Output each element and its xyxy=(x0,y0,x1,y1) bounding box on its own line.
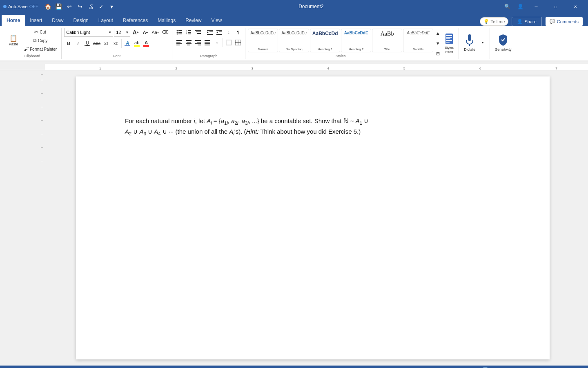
underline-button[interactable]: U xyxy=(83,39,92,48)
style-heading1-preview: AaBbCcDd xyxy=(312,31,338,36)
svg-rect-36 xyxy=(205,42,210,43)
svg-rect-24 xyxy=(176,42,180,43)
zoom-in-button[interactable]: + xyxy=(559,366,567,368)
ribbon-content: 📋 Paste ✂ Cut ⧉ Copy 🖌 Format Painter xyxy=(0,26,588,61)
decrease-indent-button[interactable] xyxy=(205,28,214,37)
font-name-dropdown-icon: ▾ xyxy=(109,30,111,34)
style-normal[interactable]: AaBbCcDdEe Normal xyxy=(248,29,278,52)
tab-design[interactable]: Design xyxy=(68,15,93,26)
maximize-button[interactable]: □ xyxy=(546,0,565,13)
close-button[interactable]: ✕ xyxy=(566,0,585,13)
change-case-button[interactable]: Aa▾ xyxy=(151,28,160,37)
font-size-selector[interactable]: 12 ▾ xyxy=(114,28,130,37)
align-center-button[interactable] xyxy=(184,38,193,47)
format-painter-button[interactable]: 🖌 Format Painter xyxy=(22,45,59,53)
justify-button[interactable] xyxy=(203,38,212,47)
tab-insert[interactable]: Insert xyxy=(25,15,47,26)
cut-button[interactable]: ✂ Cut xyxy=(22,28,59,36)
svg-rect-19 xyxy=(216,30,222,31)
subscript-button[interactable]: x2 xyxy=(102,39,111,48)
document-paragraph[interactable]: For each natural number i, let Ai = {a1i… xyxy=(125,116,501,127)
font-name-selector[interactable]: Calibri Light ▾ xyxy=(64,28,113,37)
styles-more-button[interactable]: ⊞ xyxy=(433,49,442,58)
sensitivity-button[interactable]: Sensitivity xyxy=(492,32,514,53)
font-color-button[interactable]: A xyxy=(142,39,151,48)
paste-button[interactable]: 📋 Paste xyxy=(6,34,21,48)
qat-dropdown-button[interactable]: ▾ xyxy=(107,2,117,11)
svg-rect-5 xyxy=(178,34,182,34)
tab-review[interactable]: Review xyxy=(180,15,206,26)
font-shrink-button[interactable]: A− xyxy=(141,28,150,37)
font-group: Calibri Light ▾ 12 ▾ A+ A− Aa▾ ⌫ B I xyxy=(62,28,172,59)
style-title[interactable]: AaBb Title xyxy=(372,29,402,52)
increase-indent-button[interactable] xyxy=(215,28,224,37)
document-container[interactable]: For each natural number i, let Ai = {a1i… xyxy=(45,70,581,366)
autosave-area: AutoSave OFF xyxy=(3,4,38,9)
styles-scroll-down[interactable]: ▼ xyxy=(433,39,442,48)
style-heading2[interactable]: AaBbCcDdE Heading 2 xyxy=(341,29,371,52)
style-no-spacing[interactable]: AaBbCcDdEe No Spacing xyxy=(279,29,309,52)
tab-references[interactable]: References xyxy=(118,15,153,26)
tab-layout[interactable]: Layout xyxy=(94,15,118,26)
redo-qat-button[interactable]: ↪ xyxy=(75,2,85,11)
tab-view[interactable]: View xyxy=(207,15,227,26)
share-button[interactable]: 👤 Share xyxy=(512,17,541,26)
bullet-list-button[interactable] xyxy=(175,28,184,37)
tab-home[interactable]: Home xyxy=(2,15,25,26)
tab-mailings[interactable]: Mailings xyxy=(153,15,180,26)
ruler-main: 1 2 3 4 5 6 7 xyxy=(45,61,588,70)
clear-formatting-button[interactable]: ⌫ xyxy=(160,28,169,37)
style-heading1[interactable]: AaBbCcDd Heading 1 xyxy=(310,29,340,52)
minimize-button[interactable]: ─ xyxy=(527,0,546,13)
dictate-dropdown[interactable]: ▾ xyxy=(478,38,487,47)
svg-rect-7 xyxy=(188,30,191,31)
dictate-button[interactable]: Dictate xyxy=(461,32,478,53)
save-qat-button[interactable]: 💾 xyxy=(54,2,64,11)
text-effects-button[interactable]: A xyxy=(123,39,132,48)
shading-button[interactable] xyxy=(224,38,233,47)
sort-button[interactable]: ↕ xyxy=(224,28,233,37)
svg-rect-1 xyxy=(178,30,182,31)
home-qat-button[interactable]: 🏠 xyxy=(43,2,53,11)
styles-pane-button[interactable]: StylesPane xyxy=(442,28,456,59)
svg-rect-25 xyxy=(176,43,182,44)
line-spacing-button[interactable]: ↕ xyxy=(212,38,221,47)
bold-button[interactable]: B xyxy=(64,39,73,48)
style-subtitle[interactable]: AaBbCcDdE Subtitle xyxy=(403,29,433,52)
multilevel-list-button[interactable] xyxy=(194,28,203,37)
check-qat-button[interactable]: ✓ xyxy=(96,2,106,11)
superscript-button[interactable]: x2 xyxy=(111,39,120,48)
numbered-list-button[interactable]: 1.2.3. xyxy=(184,28,193,37)
svg-rect-15 xyxy=(207,30,213,31)
document-paragraph-2[interactable]: A2 ∪ A3 ∪ A4 ∪ ··· (the union of all the… xyxy=(125,127,501,137)
search-button[interactable]: 🔍 xyxy=(501,0,514,13)
align-right-button[interactable] xyxy=(194,38,203,47)
tell-me-input[interactable]: 💡 Tell me xyxy=(480,17,509,26)
svg-rect-28 xyxy=(187,42,191,43)
paste-icon: 📋 xyxy=(9,35,18,42)
borders-button[interactable] xyxy=(234,38,243,47)
svg-rect-45 xyxy=(446,35,452,36)
svg-rect-12 xyxy=(195,30,201,31)
status-bar: Page 1 of 1 28 words ✓ English (United S… xyxy=(0,366,588,368)
style-heading1-label: Heading 1 xyxy=(318,47,332,51)
italic-button[interactable]: I xyxy=(74,39,82,48)
show-hide-button[interactable]: ¶ xyxy=(234,28,243,37)
tab-draw[interactable]: Draw xyxy=(47,15,68,26)
font-grow-button[interactable]: A+ xyxy=(131,28,140,37)
align-left-button[interactable] xyxy=(175,38,184,47)
styles-scroll-up[interactable]: ▲ xyxy=(433,29,442,38)
document-content[interactable]: For each natural number i, let Ai = {a1i… xyxy=(125,116,501,137)
copy-button[interactable]: ⧉ Copy xyxy=(22,36,59,45)
print-qat-button[interactable]: 🖨 xyxy=(86,2,96,11)
dictate-label: Dictate xyxy=(464,47,475,52)
autosave-state[interactable]: OFF xyxy=(29,4,38,9)
highlight-button[interactable]: ab xyxy=(132,39,141,48)
strikethrough-button[interactable]: abc xyxy=(92,39,101,48)
comments-button[interactable]: 💬 Comments xyxy=(545,17,583,26)
svg-rect-3 xyxy=(178,32,182,33)
undo-qat-button[interactable]: ↩ xyxy=(65,2,74,11)
account-button[interactable]: 👤 xyxy=(514,0,527,13)
zoom-out-button[interactable]: − xyxy=(511,366,519,368)
window-buttons: ─ □ ✕ xyxy=(527,0,585,13)
